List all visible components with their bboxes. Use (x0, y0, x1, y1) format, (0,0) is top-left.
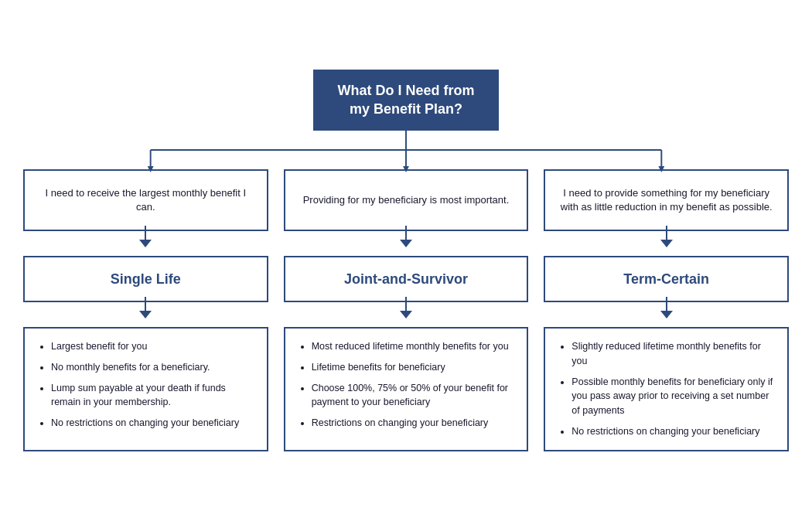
arrow-down-3 (139, 311, 152, 318)
list-item: Restrictions on changing your beneficiar… (312, 416, 515, 431)
arrow-cell-1 (284, 240, 529, 247)
arrow-row-2 (23, 302, 789, 327)
arrow-cell-3 (23, 311, 268, 318)
top-box: What Do I Need from my Benefit Plan? (313, 70, 499, 131)
details-list-2: Slightly reduced lifetime monthly benefi… (558, 339, 775, 439)
desc-row: I need to receive the largest monthly be… (23, 169, 789, 231)
details-box-2: Slightly reduced lifetime monthly benefi… (544, 327, 789, 451)
list-item: Slightly reduced lifetime monthly benefi… (571, 339, 775, 369)
list-item: Possible monthly benefits for beneficiar… (571, 375, 775, 418)
list-item: Choose 100%, 75% or 50% of your benefit … (312, 381, 515, 410)
title-box-1: Joint-and-Survivor (284, 256, 529, 302)
list-item: Lump sum payable at your death if funds … (51, 381, 254, 410)
arrow-cell-5 (544, 311, 789, 318)
details-list-0: Largest benefit for you No monthly benef… (37, 339, 254, 431)
list-item: Lifetime benefits for beneficiary (312, 360, 515, 375)
arrow-cell-4 (284, 311, 529, 318)
title-box-0: Single Life (23, 256, 268, 302)
arrow-down-0 (139, 240, 152, 247)
list-item: No restrictions on changing your benefic… (571, 424, 775, 439)
desc-box-1: Providing for my beneficiary is most imp… (284, 169, 529, 231)
top-row: What Do I Need from my Benefit Plan? (23, 70, 789, 131)
arrow-row-1 (23, 231, 789, 256)
details-box-1: Most reduced lifetime monthly benefits f… (284, 327, 529, 451)
details-box-0: Largest benefit for you No monthly benef… (23, 327, 268, 451)
arrow-down-4 (400, 311, 412, 318)
details-list-1: Most reduced lifetime monthly benefits f… (298, 339, 515, 431)
arrow-down-2 (660, 240, 673, 247)
desc-box-2: I need to provide something for my benef… (544, 169, 789, 231)
connectors-svg (23, 131, 789, 169)
list-item: No monthly benefits for a beneficiary. (51, 360, 254, 375)
arrow-cell-2 (544, 240, 789, 247)
arrow-cell-0 (23, 240, 268, 247)
diagram: What Do I Need from my Benefit Plan? I n… (15, 62, 797, 458)
list-item: No restrictions on changing your benefic… (51, 416, 254, 431)
title-box-2: Term-Certain (544, 256, 789, 302)
arrow-down-1 (400, 240, 412, 247)
list-item: Most reduced lifetime monthly benefits f… (312, 339, 515, 354)
connectors-row (23, 131, 789, 169)
details-row: Largest benefit for you No monthly benef… (23, 327, 789, 451)
title-row: Single Life Joint-and-Survivor Term-Cert… (23, 256, 789, 302)
list-item: Largest benefit for you (51, 339, 254, 354)
arrow-down-5 (660, 311, 673, 318)
desc-box-0: I need to receive the largest monthly be… (23, 169, 268, 231)
